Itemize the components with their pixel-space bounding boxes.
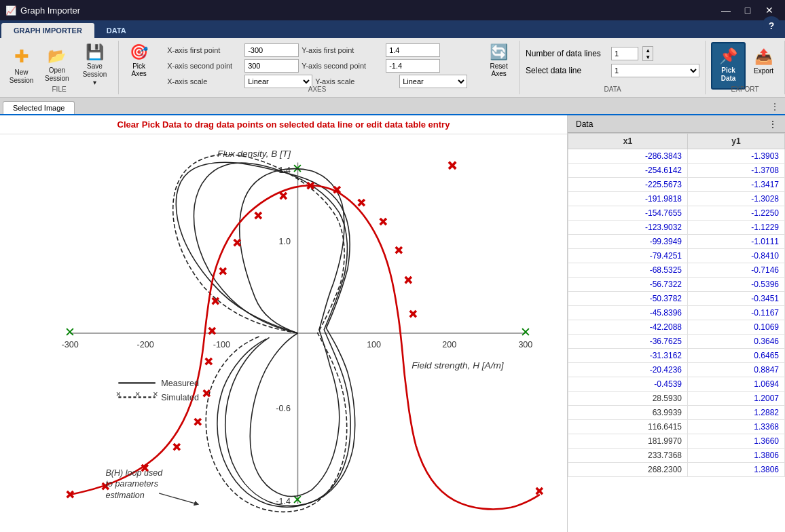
table-row[interactable]: -225.5673-1.3417 bbox=[568, 178, 785, 192]
graph-svg: ✕ ✕ ✕ ✕ -300 -200 -100 100 200 300 1.4 1… bbox=[7, 141, 560, 525]
table-row[interactable]: -286.3843-1.3903 bbox=[568, 149, 785, 164]
x-first-point-input[interactable] bbox=[244, 43, 299, 57]
new-session-button[interactable]: ✚ New Session bbox=[5, 43, 37, 88]
svg-text:300: 300 bbox=[518, 340, 532, 349]
x-second-point-label: X-axis second point bbox=[167, 62, 242, 70]
x-first-point-row: X-axis first point Y-axis first point bbox=[167, 43, 467, 57]
table-row[interactable]: -36.76250.3646 bbox=[568, 335, 785, 349]
svg-text:×: × bbox=[116, 390, 121, 399]
pick-axes-group: 🎯 PickAxes bbox=[119, 41, 156, 94]
svg-text:Field strength, H [A/m]: Field strength, H [A/m] bbox=[412, 360, 505, 370]
cell-y: -1.2250 bbox=[688, 206, 785, 221]
cell-y: -1.3708 bbox=[688, 164, 785, 178]
table-row[interactable]: -191.9818-1.3028 bbox=[568, 192, 785, 206]
table-row[interactable]: -99.3949-1.0111 bbox=[568, 235, 785, 249]
open-session-label: Open Session bbox=[44, 66, 70, 83]
svg-text:-200: -200 bbox=[137, 340, 154, 349]
spin-up-button[interactable]: ▲ bbox=[643, 47, 653, 54]
svg-text:-0.6: -0.6 bbox=[276, 404, 291, 413]
cell-x: 268.2300 bbox=[568, 463, 688, 477]
table-row[interactable]: -56.7322-0.5396 bbox=[568, 278, 785, 292]
svg-text:-100: -100 bbox=[213, 340, 230, 349]
more-tabs-button[interactable]: ⋮ bbox=[765, 99, 785, 114]
warning-message: Clear Pick Data to drag data points on s… bbox=[0, 115, 567, 134]
col-x1: x1 bbox=[568, 134, 688, 149]
reset-axes-group: 🔄 Reset Axes bbox=[478, 41, 520, 94]
spin-down-button[interactable]: ▼ bbox=[643, 54, 653, 60]
save-session-icon: 💾 bbox=[86, 43, 104, 61]
svg-text:✕: ✕ bbox=[520, 325, 531, 339]
cell-y: -0.3451 bbox=[688, 292, 785, 306]
cell-x: -45.8396 bbox=[568, 306, 688, 320]
table-row[interactable]: 116.64151.3368 bbox=[568, 420, 785, 434]
tab-graph-importer[interactable]: GRAPH IMPORTER bbox=[1, 23, 94, 38]
svg-text:✕: ✕ bbox=[357, 197, 366, 208]
table-row[interactable]: -45.8396-0.1167 bbox=[568, 306, 785, 320]
table-row[interactable]: 233.73681.3806 bbox=[568, 449, 785, 463]
table-row[interactable]: -154.7655-1.2250 bbox=[568, 206, 785, 221]
table-row[interactable]: -123.9032-1.1229 bbox=[568, 221, 785, 235]
data-panel-more[interactable]: ⋮ bbox=[769, 119, 777, 129]
cell-x: 28.5930 bbox=[568, 392, 688, 406]
title-bar-left: 📈 Graph Importer bbox=[5, 5, 80, 16]
reset-axes-label: Reset Axes bbox=[489, 62, 509, 77]
maximize-button[interactable]: □ bbox=[737, 2, 758, 18]
table-container[interactable]: x1 y1 -286.3843-1.3903-254.6142-1.3708-2… bbox=[568, 133, 785, 532]
svg-text:✕: ✕ bbox=[219, 266, 227, 277]
table-row[interactable]: 268.23001.3806 bbox=[568, 463, 785, 477]
new-session-icon: ✚ bbox=[14, 46, 29, 67]
y-second-point-label: Y-axis second point bbox=[302, 62, 383, 70]
table-row[interactable]: -0.45391.0694 bbox=[568, 377, 785, 392]
svg-text:estimation: estimation bbox=[105, 491, 144, 500]
num-data-lines-spinner[interactable]: ▲ ▼ bbox=[642, 46, 653, 61]
table-row[interactable]: -50.3782-0.3451 bbox=[568, 292, 785, 306]
open-session-button[interactable]: 📂 Open Session bbox=[40, 45, 74, 86]
table-row[interactable]: -42.20880.1069 bbox=[568, 320, 785, 335]
table-row[interactable]: -68.5325-0.7146 bbox=[568, 263, 785, 278]
table-row[interactable]: -254.6142-1.3708 bbox=[568, 164, 785, 178]
cell-x: -191.9818 bbox=[568, 192, 688, 206]
svg-line-50 bbox=[159, 493, 197, 504]
num-data-lines-row: Number of data lines ▲ ▼ bbox=[526, 46, 653, 61]
ribbon-tabs: GRAPH IMPORTER DATA ? bbox=[0, 20, 785, 38]
graph-canvas[interactable]: ✕ ✕ ✕ ✕ -300 -200 -100 100 200 300 1.4 1… bbox=[0, 134, 567, 532]
y-first-point-input[interactable] bbox=[386, 43, 440, 57]
num-data-lines-input[interactable] bbox=[611, 47, 638, 60]
reset-axes-button[interactable]: 🔄 Reset Axes bbox=[483, 41, 514, 90]
cell-y: -0.1167 bbox=[688, 306, 785, 320]
cell-x: 63.9939 bbox=[568, 406, 688, 420]
ribbon-group-file: ✚ New Session 📂 Open Session 💾 Save Sess… bbox=[0, 41, 119, 94]
pick-data-button[interactable]: 📌 Pick Data bbox=[711, 42, 746, 90]
table-row[interactable]: -79.4251-0.8410 bbox=[568, 249, 785, 263]
tab-data[interactable]: DATA bbox=[94, 23, 139, 38]
file-group-label: FILE bbox=[0, 86, 118, 93]
table-row[interactable]: 181.99701.3660 bbox=[568, 434, 785, 449]
cell-x: -0.4539 bbox=[568, 377, 688, 392]
y-second-point-input[interactable] bbox=[386, 59, 440, 73]
save-session-button[interactable]: 💾 Save Session ▾ bbox=[77, 41, 113, 90]
minimize-button[interactable]: — bbox=[716, 2, 736, 18]
table-row[interactable]: 28.59301.2007 bbox=[568, 392, 785, 406]
cell-y: 1.2882 bbox=[688, 406, 785, 420]
svg-text:✕: ✕ bbox=[404, 275, 413, 286]
selected-image-tab[interactable]: Selected Image bbox=[3, 101, 75, 114]
svg-text:to parameters: to parameters bbox=[105, 479, 158, 489]
new-session-label: New Session bbox=[10, 69, 34, 85]
cell-x: -36.7625 bbox=[568, 335, 688, 349]
x-second-point-input[interactable] bbox=[244, 59, 299, 73]
cell-x: -123.9032 bbox=[568, 221, 688, 235]
table-row[interactable]: 63.99391.2882 bbox=[568, 406, 785, 420]
save-session-label: Save Session ▾ bbox=[81, 62, 109, 87]
help-button[interactable]: ? bbox=[762, 16, 781, 35]
table-row[interactable]: -20.42360.8847 bbox=[568, 363, 785, 377]
table-row[interactable]: -31.31620.6465 bbox=[568, 349, 785, 363]
graph-panel: Clear Pick Data to drag data points on s… bbox=[0, 115, 568, 532]
export-button[interactable]: 📤 Export bbox=[748, 45, 779, 87]
cell-y: 1.3660 bbox=[688, 434, 785, 449]
svg-text:B(H) loop used: B(H) loop used bbox=[105, 468, 163, 478]
select-data-line-row: Select data line 1 bbox=[526, 64, 699, 77]
select-data-line-select[interactable]: 1 bbox=[611, 64, 699, 77]
svg-text:100: 100 bbox=[367, 340, 381, 349]
pick-axes-button[interactable]: 🎯 PickAxes bbox=[124, 41, 153, 90]
ribbon-toolbar: ✚ New Session 📂 Open Session 💾 Save Sess… bbox=[0, 38, 785, 98]
